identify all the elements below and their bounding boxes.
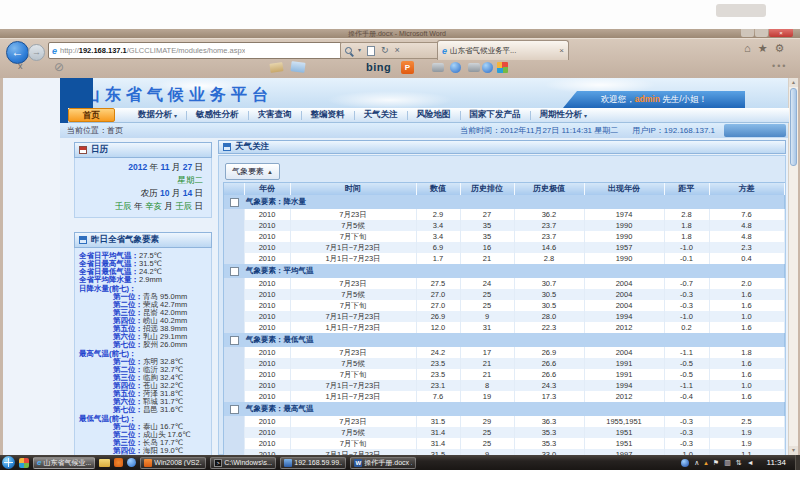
explorer-folder-icon[interactable] xyxy=(99,459,110,467)
table-row[interactable]: 20107月1日~7月23日23.1824.31994-1.11.0 xyxy=(224,380,784,391)
browser-tab[interactable]: e 山东省气候业务平... × xyxy=(437,40,569,60)
windows-update-icon[interactable]: ⇅ xyxy=(736,456,742,469)
table-row[interactable]: 20101月1日~7月23日1.7212.81990-0.10.4 xyxy=(224,253,784,264)
search-icon[interactable] xyxy=(345,47,352,54)
mail-icon[interactable] xyxy=(269,62,283,73)
chevron-down-icon: ▾ xyxy=(174,112,177,119)
tools-gear-icon[interactable]: ⚙ xyxy=(775,42,785,55)
stop-icon[interactable]: × xyxy=(395,43,400,58)
table-cell: 27.0 xyxy=(416,289,460,300)
table-cell: 31.4 xyxy=(416,438,460,449)
checkbox[interactable] xyxy=(230,267,239,276)
element-filter-button[interactable]: 气象要素 ▲ xyxy=(225,163,280,180)
table-row[interactable]: 20107月23日2.92736.219742.87.6 xyxy=(224,209,784,220)
taskbar-button-vm[interactable]: Win2008 (VS2... xyxy=(140,457,206,469)
blocked-icon[interactable]: ⊘ xyxy=(54,60,64,74)
table-row[interactable]: 20107月1日~7月23日6.91614.61957-1.02.3 xyxy=(224,242,784,253)
taskbar-button-cmd[interactable]: >C:\Windows\s... xyxy=(210,457,276,469)
more-icon[interactable]: ••• xyxy=(772,61,787,71)
maximize-button[interactable] xyxy=(755,29,768,37)
calendar-text: 辛亥 xyxy=(145,201,162,211)
nav-item-4[interactable]: 整编资料 xyxy=(302,109,354,121)
table-group-row[interactable]: 气象要素：最低气温 xyxy=(224,333,784,347)
blue-addon-icon[interactable] xyxy=(482,62,493,73)
checkbox[interactable] xyxy=(230,336,239,345)
table-row[interactable]: 20107月下旬31.42535.31951-0.31.9 xyxy=(224,438,784,449)
table-group-row[interactable]: 气象要素：降水量 xyxy=(224,195,784,209)
table-cell: -0.4 xyxy=(664,391,709,402)
network-icon[interactable]: ▥ xyxy=(724,456,731,469)
word-titlebar: 操作手册.docx - Microsoft Word × xyxy=(0,29,800,38)
checkbox[interactable] xyxy=(230,405,239,414)
table-group-row[interactable]: 气象要素：平均气温 xyxy=(224,264,784,278)
table-cell: 27.5 xyxy=(416,278,460,289)
table-row[interactable]: 20101月1日~7月23日7.61917.32012-0.41.6 xyxy=(224,391,784,402)
show-desktop-button[interactable] xyxy=(795,455,800,470)
taskbar-button-word[interactable]: W操作手册.docx .. xyxy=(350,457,416,469)
table-row[interactable]: 20107月5候27.02530.52004-0.31.6 xyxy=(224,289,784,300)
bing-logo[interactable]: bing xyxy=(366,61,391,73)
scrollbar-thumb[interactable] xyxy=(790,88,797,166)
gray-addon-icon[interactable] xyxy=(468,63,480,72)
taskbar-clock[interactable]: 11:34 xyxy=(762,458,791,467)
action-center-flag-icon[interactable]: ⚑ xyxy=(713,456,719,469)
table-row[interactable]: 20107月5候3.43523.719901.84.8 xyxy=(224,220,784,231)
scroll-down-icon[interactable]: ▾ xyxy=(789,446,798,455)
nav-item-0[interactable]: 首页 xyxy=(68,108,115,122)
checkbox[interactable] xyxy=(230,198,239,207)
messenger-icon[interactable] xyxy=(681,459,689,467)
taskbar-button-rdp[interactable]: 192.168.59.99... xyxy=(280,457,346,469)
nav-item-5[interactable]: 天气关注 xyxy=(355,109,407,121)
table-row[interactable]: 20107月1日~7月23日26.9928.01994-1.01.0 xyxy=(224,311,784,322)
chevron-down-icon[interactable]: ▾ xyxy=(358,43,361,58)
snapshot-icon[interactable] xyxy=(432,63,444,72)
addon-icon[interactable]: P xyxy=(401,61,414,74)
taskbar-button-ie[interactable]: e山东省气候业... xyxy=(33,457,95,469)
sphere-addon-icon[interactable] xyxy=(450,62,461,73)
table-group-row[interactable]: 气象要素：最高气温 xyxy=(224,402,784,416)
send-icon[interactable] xyxy=(290,61,305,73)
close-sidebar-icon[interactable]: x xyxy=(18,61,23,71)
nav-item-8[interactable]: 周期性分析▾ xyxy=(531,109,597,121)
nav-item-7[interactable]: 国家下发产品 xyxy=(461,109,530,121)
show-hidden-icons-icon[interactable]: ∧ xyxy=(694,456,699,469)
table-row[interactable]: 20107月下旬23.52126.61991-0.51.6 xyxy=(224,369,784,380)
volume-icon[interactable]: ◄ xyxy=(747,456,754,469)
table-row[interactable]: 20107月23日24.21726.92004-1.11.8 xyxy=(224,347,784,358)
table-row[interactable]: 20107月5候23.52126.61991-0.51.6 xyxy=(224,358,784,369)
table-row[interactable]: 20107月23日31.52936.31955,1951-0.32.5 xyxy=(224,416,784,427)
table-cell: 25 xyxy=(460,427,514,438)
table-row[interactable]: 20107月下旬27.02530.52004-0.31.6 xyxy=(224,300,784,311)
table-row[interactable]: 20101月1日~7月23日12.03122.320120.21.6 xyxy=(224,322,784,333)
nav-item-6[interactable]: 风险地图 xyxy=(408,109,460,121)
start-button[interactable] xyxy=(2,456,15,469)
address-bar[interactable]: e http://192.168.137.1/GLCCLIMATE/module… xyxy=(48,42,342,59)
table-cell: 2004 xyxy=(584,278,664,289)
close-button[interactable]: × xyxy=(769,29,793,37)
alert-icon[interactable]: ▴ xyxy=(704,456,708,469)
scroll-up-icon[interactable]: ▴ xyxy=(789,78,798,87)
table-row[interactable]: 20107月下旬3.43523.719901.84.8 xyxy=(224,231,784,242)
vertical-scrollbar[interactable]: ▴ ▾ xyxy=(788,78,798,455)
taskbar-button-label: 山东省气候业... xyxy=(43,458,91,468)
home-icon[interactable]: ⌂ xyxy=(744,42,751,55)
minimize-button[interactable] xyxy=(741,29,754,37)
compatibility-view-icon[interactable] xyxy=(367,46,375,56)
quick-launch-icon[interactable] xyxy=(19,458,29,468)
media-player-icon[interactable] xyxy=(127,458,136,467)
table-row[interactable]: 20107月5候31.42535.31951-0.31.9 xyxy=(224,427,784,438)
nav-item-1[interactable]: 数据分析▾ xyxy=(129,109,186,121)
refresh-icon[interactable]: ↻ xyxy=(381,43,389,58)
nav-item-2[interactable]: 敏感性分析 xyxy=(187,109,248,121)
tab-close-icon[interactable]: × xyxy=(559,46,564,55)
screen: 操作手册.docx - Microsoft Word × ← → e http:… xyxy=(0,0,800,500)
favorites-star-icon[interactable]: ★ xyxy=(758,42,768,55)
grid-addon-icon[interactable] xyxy=(497,62,508,73)
table-row[interactable]: 20107月23日27.52430.72004-0.72.0 xyxy=(224,278,784,289)
nav-item-3[interactable]: 灾害查询 xyxy=(249,109,301,121)
nav-item-label: 整编资料 xyxy=(311,109,345,121)
browser-toolbar-right: ⌂ ★ ⚙ xyxy=(744,42,784,55)
orange-app-icon[interactable] xyxy=(114,458,123,467)
calendar-text: 壬辰 xyxy=(115,201,132,211)
forward-button[interactable]: → xyxy=(28,44,45,61)
